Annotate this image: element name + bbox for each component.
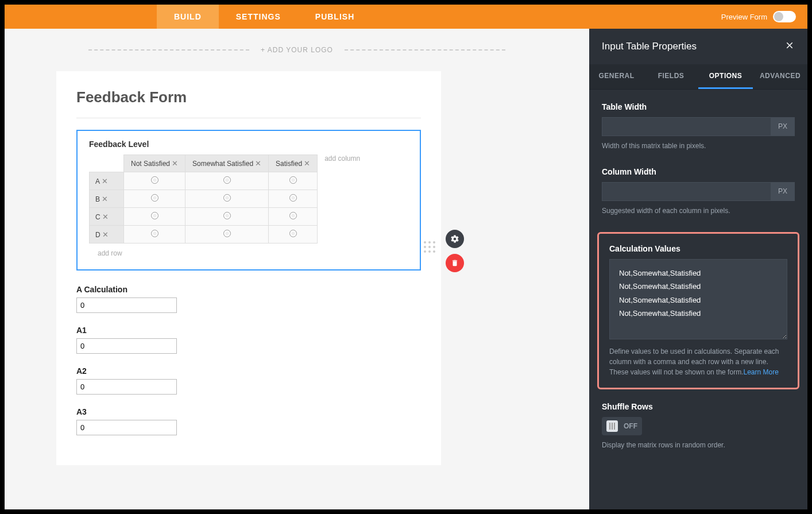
shuffle-state: OFF (624, 422, 637, 430)
field-label: A3 (76, 407, 421, 416)
table-row: D✕ (90, 226, 318, 244)
col-header[interactable]: Not Satisfied✕ (124, 155, 185, 172)
divider (88, 49, 249, 51)
shuffle-toggle[interactable]: OFF (602, 417, 642, 435)
drag-handle-icon[interactable] (424, 241, 435, 253)
gear-icon (450, 234, 459, 244)
remove-row-icon[interactable]: ✕ (102, 212, 109, 221)
form-card: Feedback Form Feedback Level Not Satisfi… (56, 71, 441, 465)
remove-row-icon[interactable]: ✕ (102, 177, 108, 185)
radio-input[interactable] (289, 212, 297, 219)
table-width-help: Width of this matrix table in pixels. (602, 141, 795, 151)
calc-values-label: Calculation Values (609, 244, 787, 253)
shuffle-icon (606, 420, 618, 432)
column-width-label: Column Width (602, 167, 795, 176)
remove-column-icon[interactable]: ✕ (172, 159, 178, 168)
row-header[interactable]: D✕ (90, 226, 124, 244)
remove-row-icon[interactable]: ✕ (102, 195, 108, 203)
row-header[interactable]: C✕ (90, 208, 124, 226)
tab-build[interactable]: BUILD (157, 5, 219, 29)
calc-values-section: Calculation Values Define values to be u… (597, 232, 799, 389)
radio-input[interactable] (289, 176, 297, 184)
form-field[interactable]: A3 (76, 407, 421, 435)
panel-tab-options[interactable]: OPTIONS (698, 64, 753, 89)
shuffle-help: Display the matrix rows in random order. (602, 440, 795, 450)
close-icon (784, 40, 795, 51)
field-input[interactable] (76, 297, 177, 313)
field-input[interactable] (76, 420, 177, 435)
radio-input[interactable] (223, 176, 231, 184)
close-panel-button[interactable] (784, 39, 795, 54)
top-nav: BUILD SETTINGS PUBLISH Preview Form (5, 5, 807, 29)
px-unit: PX (771, 117, 795, 136)
add-row-button[interactable]: add row (89, 249, 122, 257)
radio-input[interactable] (223, 194, 231, 202)
column-width-help: Suggested width of each column in pixels… (602, 206, 795, 216)
settings-button[interactable] (446, 230, 464, 248)
row-header[interactable]: A✕ (90, 172, 124, 190)
tab-settings[interactable]: SETTINGS (219, 5, 298, 29)
table-row: A✕ (90, 172, 318, 190)
form-field[interactable]: A Calculation (76, 285, 421, 313)
radio-input[interactable] (151, 212, 158, 219)
radio-input[interactable] (151, 176, 158, 184)
remove-column-icon[interactable]: ✕ (304, 159, 310, 168)
form-field[interactable]: A1 (76, 326, 421, 354)
panel-title: Input Table Properties (602, 41, 697, 52)
radio-input[interactable] (289, 194, 297, 202)
field-label: A2 (76, 366, 421, 376)
remove-column-icon[interactable]: ✕ (255, 159, 261, 168)
learn-more-link[interactable]: Learn More (743, 368, 778, 376)
divider (76, 118, 421, 118)
col-header[interactable]: Satisfied✕ (269, 155, 318, 172)
calc-values-textarea[interactable] (609, 259, 787, 339)
table-field-label[interactable]: Feedback Level (89, 140, 408, 149)
field-label: A Calculation (76, 285, 421, 294)
delete-button[interactable] (446, 254, 464, 272)
panel-tab-general[interactable]: GENERAL (589, 64, 644, 89)
radio-input[interactable] (151, 194, 158, 202)
column-width-input[interactable] (602, 182, 771, 201)
add-column-button[interactable]: add column (318, 154, 360, 163)
input-table-field[interactable]: Feedback Level Not Satisfied✕ Somewhat S… (76, 130, 421, 270)
preview-toggle[interactable] (773, 11, 796, 22)
table-width-input[interactable] (602, 117, 771, 136)
radio-input[interactable] (223, 212, 231, 219)
panel-tab-advanced[interactable]: ADVANCED (753, 64, 807, 89)
remove-row-icon[interactable]: ✕ (102, 230, 109, 239)
form-title[interactable]: Feedback Form (76, 88, 421, 106)
preview-form-label: Preview Form (721, 13, 767, 21)
shuffle-rows-label: Shuffle Rows (602, 402, 795, 411)
radio-input[interactable] (151, 230, 158, 237)
matrix-table: Not Satisfied✕ Somewhat Satisfied✕ Satis… (89, 154, 318, 244)
form-field[interactable]: A2 (76, 366, 421, 395)
row-header[interactable]: B✕ (90, 190, 124, 208)
add-logo-button[interactable]: + ADD YOUR LOGO (261, 46, 333, 54)
radio-input[interactable] (289, 230, 297, 237)
field-label: A1 (76, 326, 421, 335)
col-header[interactable]: Somewhat Satisfied✕ (185, 155, 269, 172)
table-row: B✕ (90, 190, 318, 208)
trash-icon (451, 259, 459, 267)
calc-values-help: Define values to be used in calculations… (609, 346, 787, 377)
px-unit: PX (771, 182, 795, 201)
field-input[interactable] (76, 379, 177, 395)
table-row: C✕ (90, 208, 318, 226)
field-input[interactable] (76, 338, 177, 354)
panel-tab-fields[interactable]: FIELDS (644, 64, 698, 89)
table-width-label: Table Width (602, 102, 795, 111)
form-canvas: + ADD YOUR LOGO Feedback Form Feedback L… (5, 29, 589, 509)
properties-panel: Input Table Properties GENERAL FIELDS OP… (589, 29, 807, 509)
divider (345, 49, 505, 51)
tab-publish[interactable]: PUBLISH (298, 5, 372, 29)
radio-input[interactable] (223, 230, 231, 237)
